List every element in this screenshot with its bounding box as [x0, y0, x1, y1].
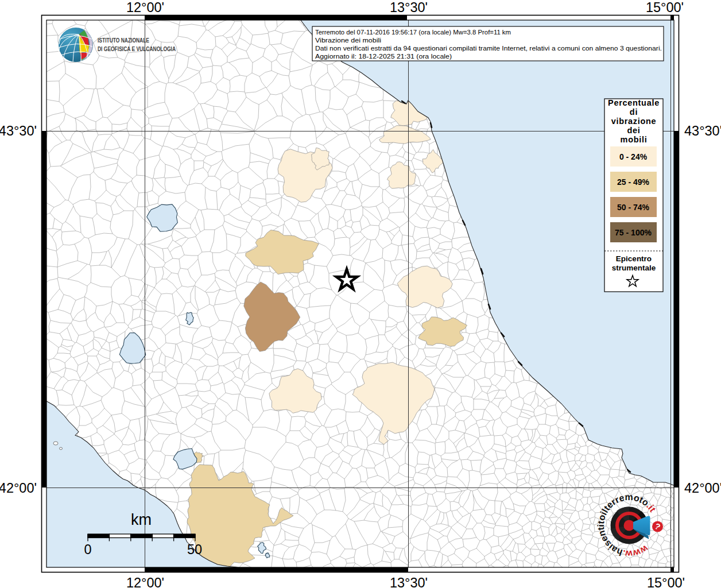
svg-text:0: 0 — [84, 542, 91, 557]
svg-text:13°30': 13°30' — [390, 0, 428, 15]
svg-text:dei: dei — [627, 126, 640, 135]
svg-text:Aggiornato il: 18-12-2025 21:3: Aggiornato il: 18-12-2025 21:31 (ora loc… — [315, 52, 452, 60]
svg-text:Vibrazione dei mobili: Vibrazione dei mobili — [315, 36, 381, 44]
svg-text:strumentale: strumentale — [612, 264, 656, 272]
svg-text:15°00': 15°00' — [646, 0, 684, 15]
svg-text:43°30': 43°30' — [684, 123, 721, 138]
svg-text:ISTITUTO NAZIONALE: ISTITUTO NAZIONALE — [98, 37, 149, 44]
svg-text:15°00': 15°00' — [647, 575, 685, 588]
svg-text:43°30': 43°30' — [0, 123, 37, 138]
svg-text:42°00': 42°00' — [684, 481, 721, 496]
svg-text:42°00': 42°00' — [0, 481, 37, 496]
svg-text:12°00': 12°00' — [126, 575, 164, 588]
svg-text:Percentuale: Percentuale — [608, 98, 660, 107]
svg-text:0 - 24%: 0 - 24% — [619, 152, 648, 161]
svg-text:75 - 100%: 75 - 100% — [615, 228, 652, 237]
svg-text:25 - 49%: 25 - 49% — [617, 177, 650, 187]
svg-text:12°00': 12°00' — [126, 0, 164, 15]
svg-text:Terremoto del 07-11-2016 19:56: Terremoto del 07-11-2016 19:56:17 (ora l… — [315, 28, 511, 36]
svg-text:km: km — [131, 511, 152, 528]
svg-text:Dati non verificati estratti d: Dati non verificati estratti da 94 quest… — [315, 44, 662, 52]
svg-text:50 - 74%: 50 - 74% — [617, 203, 650, 212]
svg-text:50: 50 — [187, 542, 202, 557]
svg-text:mobili: mobili — [621, 135, 648, 144]
svg-text:Epicentro: Epicentro — [616, 254, 652, 263]
svg-text:DI GEOFISICA E VULCANOLOGIA: DI GEOFISICA E VULCANOLOGIA — [98, 45, 176, 52]
svg-text:13°30': 13°30' — [390, 575, 428, 588]
svg-text:di: di — [630, 107, 638, 117]
svg-text:vibrazione: vibrazione — [611, 117, 657, 126]
